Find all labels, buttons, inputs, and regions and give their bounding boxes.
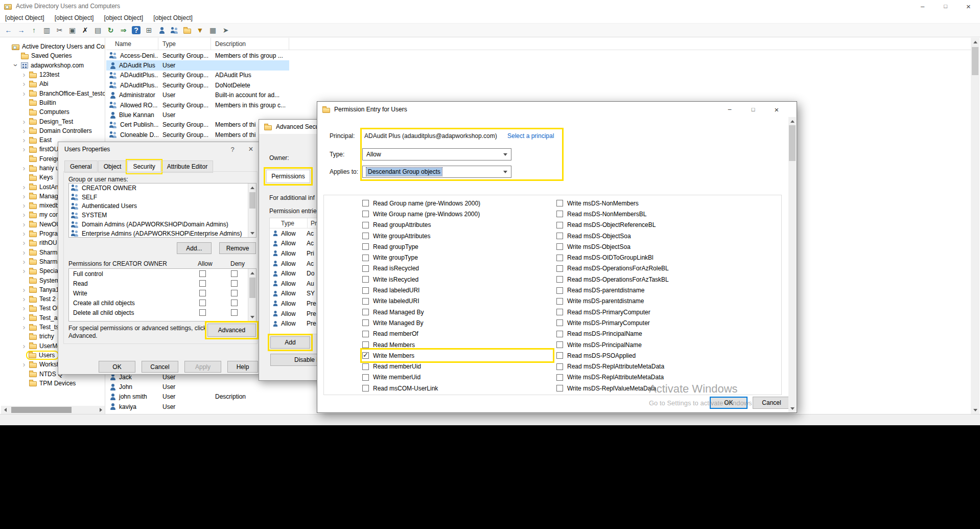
- new-ou-icon[interactable]: [181, 25, 194, 36]
- expand-arrow-icon[interactable]: [20, 342, 28, 350]
- permission-checkbox-row[interactable]: Write msDS-PrincipalName: [556, 339, 781, 350]
- scroll-thumb[interactable]: [11, 407, 72, 413]
- checkbox[interactable]: [362, 331, 369, 337]
- permission-checkbox-row[interactable]: Read msDS-ObjectSoa: [556, 231, 781, 241]
- cancel-button[interactable]: Cancel: [753, 397, 790, 409]
- tree-item[interactable]: Domain Controllers: [1, 126, 105, 135]
- advanced-button[interactable]: Advanced: [207, 324, 256, 337]
- expand-arrow-icon[interactable]: [20, 295, 28, 303]
- expand-arrow-icon[interactable]: [12, 61, 19, 70]
- delegate-control-icon[interactable]: [219, 25, 232, 36]
- permission-checkbox-row[interactable]: Read labeledURI: [362, 285, 552, 295]
- permission-checkbox-row[interactable]: Write msDS-PrimaryComputer: [556, 317, 781, 328]
- list-row[interactable]: John User: [106, 382, 289, 392]
- permission-checkbox-row[interactable]: Read memberUid: [362, 361, 552, 372]
- checkbox[interactable]: [362, 309, 369, 315]
- checkbox[interactable]: [556, 243, 563, 250]
- checkbox[interactable]: [362, 233, 369, 239]
- permission-checkbox-row[interactable]: Write msDS-parentdistname: [556, 296, 781, 307]
- expand-arrow-icon[interactable]: [20, 323, 28, 331]
- permission-checkbox-row[interactable]: Read groupType: [362, 241, 552, 252]
- permission-checkbox-row[interactable]: Read msDS-OperationsForAzRoleBL: [556, 263, 781, 274]
- list-vertical-scrollbar[interactable]: [971, 38, 979, 414]
- menu-item[interactable]: [object Object]: [99, 12, 148, 24]
- maximize-icon[interactable]: [741, 102, 765, 117]
- list-row[interactable]: john smith User Description: [106, 392, 289, 402]
- group-list-item[interactable]: Authenticated Users: [69, 202, 256, 211]
- checkbox[interactable]: [556, 276, 563, 283]
- scroll-down-icon[interactable]: [248, 229, 256, 237]
- menu-item[interactable]: [object Object]: [50, 12, 99, 24]
- refresh-icon[interactable]: [104, 25, 117, 36]
- permission-checkbox-row[interactable]: Read memberOf: [362, 329, 552, 339]
- scroll-down-icon[interactable]: [971, 406, 979, 414]
- type-column-header[interactable]: Type: [270, 218, 308, 228]
- column-header-name[interactable]: Name: [106, 38, 158, 50]
- tree-item[interactable]: Abi: [1, 79, 105, 88]
- checkbox[interactable]: [556, 352, 563, 359]
- expand-arrow-icon[interactable]: [20, 360, 28, 369]
- expand-arrow-icon[interactable]: [20, 314, 28, 322]
- checkbox[interactable]: [556, 233, 563, 239]
- expand-arrow-icon[interactable]: [20, 145, 28, 153]
- expand-arrow-icon[interactable]: [20, 286, 28, 294]
- tree-item[interactable]: Design_Test: [1, 117, 105, 126]
- expand-arrow-icon[interactable]: [20, 183, 28, 191]
- window-icon[interactable]: [143, 25, 155, 36]
- list-row[interactable]: kaviya User: [106, 402, 289, 411]
- help-icon[interactable]: [224, 142, 241, 156]
- expand-arrow-icon[interactable]: [20, 136, 28, 144]
- allow-checkbox[interactable]: [199, 280, 206, 287]
- permission-checkbox-row[interactable]: Write msDS-ReplAttributeMetaData: [556, 372, 781, 383]
- permission-checkbox-row[interactable]: Read msDS-OIDToGroupLinkBl: [556, 252, 781, 263]
- checkbox[interactable]: [362, 276, 369, 283]
- tree-horizontal-scrollbar[interactable]: [1, 406, 105, 414]
- allow-checkbox[interactable]: [199, 270, 206, 277]
- applies-to-dropdown[interactable]: Descendant Group objects: [362, 166, 511, 178]
- close-icon[interactable]: [242, 142, 260, 156]
- copy-icon[interactable]: [66, 25, 79, 36]
- maximize-icon[interactable]: [934, 0, 957, 12]
- checkbox[interactable]: [362, 319, 369, 326]
- checkbox[interactable]: [362, 265, 369, 272]
- tree-item[interactable]: Saved Queries: [1, 51, 105, 60]
- group-list-item[interactable]: Enterprise Admins (ADAPWORKSHOP\Enterpri…: [69, 229, 256, 238]
- scroll-up-icon[interactable]: [971, 38, 979, 46]
- checkbox[interactable]: [556, 211, 563, 217]
- checkbox[interactable]: [556, 374, 563, 381]
- permission-checkbox-row[interactable]: Read msDS-OperationsForAzTaskBL: [556, 274, 781, 285]
- permission-checkbox-row[interactable]: Read isRecycled: [362, 263, 552, 274]
- expand-arrow-icon[interactable]: [20, 229, 28, 238]
- checkbox[interactable]: [362, 211, 369, 217]
- deny-checkbox[interactable]: [231, 300, 238, 306]
- tree-item[interactable]: Computers: [1, 107, 105, 117]
- expand-arrow-icon[interactable]: [20, 258, 28, 266]
- ok-button[interactable]: OK: [99, 361, 135, 373]
- permission-checkbox-row[interactable]: Read msDS-ReplAttributeMetaData: [556, 361, 781, 372]
- back-icon[interactable]: [2, 25, 15, 36]
- checkbox[interactable]: [556, 385, 563, 392]
- menu-item[interactable]: [object Object]: [148, 12, 198, 24]
- list-row[interactable]: ADAuditPlus... Security Group... DoNotDe…: [106, 80, 289, 90]
- type-dropdown[interactable]: Allow: [362, 148, 511, 160]
- permission-checkbox-row[interactable]: Read Managed By: [362, 307, 552, 317]
- scroll-right-icon[interactable]: [97, 406, 105, 414]
- menu-item[interactable]: [object Object]: [0, 12, 50, 24]
- expand-arrow-icon[interactable]: [20, 80, 28, 88]
- ok-button[interactable]: OK: [710, 397, 748, 409]
- scroll-down-icon[interactable]: [788, 404, 796, 412]
- permission-checkbox-row[interactable]: Read msDS-PSOApplied: [556, 350, 781, 361]
- checkbox[interactable]: [556, 319, 563, 326]
- minimize-icon[interactable]: [718, 102, 741, 117]
- list-row[interactable]: Administrator User Built-in account for …: [106, 90, 289, 100]
- deny-checkbox[interactable]: [231, 290, 238, 296]
- allow-checkbox[interactable]: [199, 309, 206, 316]
- scroll-left-icon[interactable]: [1, 406, 9, 414]
- permission-checkbox-row[interactable]: Write msDS-ObjectSoa: [556, 241, 781, 252]
- tree-item[interactable]: Builtin: [1, 98, 105, 107]
- expand-arrow-icon[interactable]: [20, 239, 28, 247]
- tree-item[interactable]: 123test: [1, 70, 105, 79]
- list-row[interactable]: Access-Deni... Security Group... Members…: [106, 51, 289, 60]
- scroll-up-icon[interactable]: [248, 269, 256, 277]
- cut-icon[interactable]: [53, 25, 66, 36]
